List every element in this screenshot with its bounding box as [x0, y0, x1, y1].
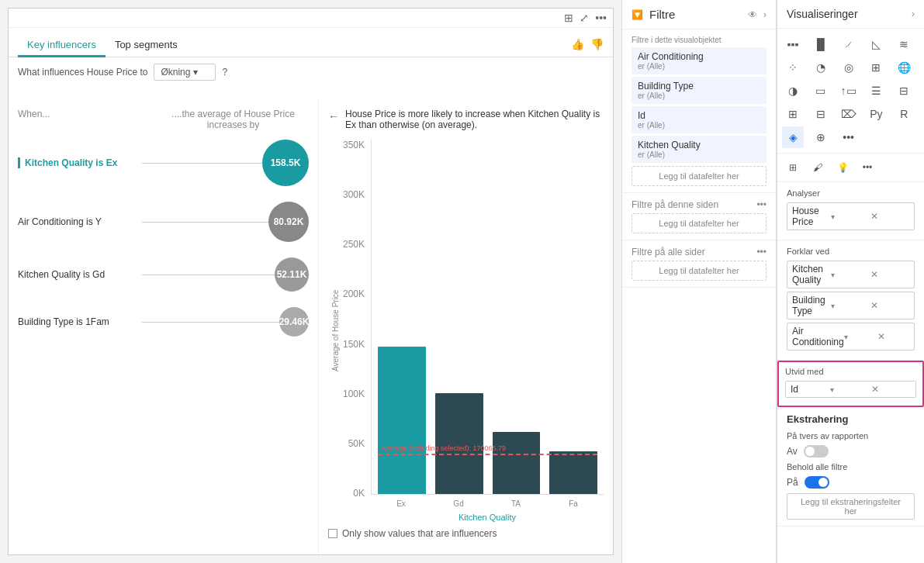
bar-group-gd[interactable] — [435, 393, 483, 494]
viz-matrix-icon[interactable]: ⊞ — [782, 103, 804, 125]
across-report-label: På tvers av rapporten — [787, 431, 915, 440]
increases-label: ....the average of House Price increases… — [157, 109, 309, 130]
x-axis-title: Kitchen Quality — [371, 513, 604, 522]
analyser-field-dropdown[interactable]: House Price ▾ ✕ — [787, 202, 915, 230]
viz-waterfall-icon[interactable]: ⊟ — [810, 103, 832, 125]
bar-group-fa[interactable] — [549, 451, 597, 494]
bar-ta — [493, 432, 541, 494]
forklar-title: Forklar ved — [787, 247, 915, 256]
influencer-bubble-3: 29.46K — [279, 307, 309, 337]
viz-decomp-icon[interactable]: ⊕ — [810, 126, 832, 148]
viz-funnel-icon[interactable]: ⌦ — [838, 103, 860, 125]
filter-section-label-1: Filtre i dette visualobjektet — [632, 36, 767, 44]
viz-format-icon[interactable]: 🖌 — [807, 157, 829, 178]
viz-ribbon-icon[interactable]: ≋ — [893, 33, 915, 55]
influencer-label-1: Air Conditioning is Y — [18, 216, 142, 227]
y-axis-labels: 350K300K250K200K150K100K50K0K — [343, 140, 371, 522]
viz-scatter-icon[interactable]: ⁘ — [782, 57, 804, 78]
viz-expand-icon[interactable]: › — [912, 9, 915, 19]
extraction-toggle[interactable] — [804, 445, 829, 458]
utvid-field-dropdown[interactable]: Id ▾ ✕ — [785, 381, 916, 398]
viz-r-icon[interactable]: R — [893, 103, 915, 125]
filter-icon[interactable]: ⊞ — [564, 12, 573, 24]
filter-chevron-right-icon[interactable]: › — [763, 9, 767, 20]
viz-table-icon[interactable]: ⊟ — [893, 80, 915, 102]
visual-content: When... ....the average of House Price i… — [9, 99, 613, 554]
filter-section-label-2: Filtre på denne siden ••• — [632, 199, 767, 210]
avg-line — [378, 454, 597, 455]
utvid-section: Utvid med Id ▾ ✕ — [777, 361, 924, 407]
viz-more-icon[interactable]: ••• — [838, 126, 860, 148]
filter-more-icon-2[interactable]: ••• — [756, 199, 767, 210]
filter-item-id[interactable]: Id er (Alle) — [632, 106, 767, 133]
only-influencers-checkbox[interactable] — [328, 529, 337, 538]
viz-card-icon[interactable]: ▭ — [810, 80, 832, 102]
focus-icon[interactable]: ⤢ — [580, 12, 589, 24]
forklar-field-0[interactable]: Kitchen Quality ▾ ✕ — [787, 261, 915, 288]
influencer-line-0 — [142, 163, 262, 164]
viz-line-icon[interactable]: ⟋ — [838, 33, 860, 55]
add-fields-btn-3[interactable]: Legg til datafelter her — [632, 261, 767, 281]
chart-nav: ← House Price is more likely to increase… — [328, 109, 604, 130]
viz-gauge-icon[interactable]: ◑ — [782, 80, 804, 102]
tab-top-segments[interactable]: Top segments — [106, 34, 187, 57]
viz-area-icon[interactable]: ◺ — [865, 33, 887, 55]
filter-section-page: Filtre på denne siden ••• Legg til dataf… — [622, 193, 776, 240]
bar-label-ex: Ex — [377, 499, 425, 508]
viz-kpi-icon[interactable]: ↑▭ — [838, 80, 860, 102]
filter-more-icon-3[interactable]: ••• — [756, 247, 767, 257]
influencer-item-1[interactable]: Air Conditioning is Y 80.92K — [18, 202, 309, 242]
influencer-item-2[interactable]: Kitchen Quality is Gd 52.11K — [18, 257, 309, 292]
viz-map-icon[interactable]: 🌐 — [893, 57, 915, 78]
forklar-field-1[interactable]: Building Type ▾ ✕ — [787, 292, 915, 319]
viz-pie-icon[interactable]: ◔ — [810, 57, 832, 78]
viz-stacked-bar-icon[interactable]: ▪▪▪ — [782, 33, 804, 55]
viz-slicer-icon[interactable]: ☰ — [865, 80, 887, 102]
add-fields-btn-1[interactable]: Legg til datafelter her — [632, 166, 767, 186]
analyser-section: Analyser House Price ▾ ✕ — [777, 182, 924, 240]
bar-group-ex[interactable] — [378, 347, 426, 494]
tab-key-influencers[interactable]: Key influencers — [18, 34, 106, 57]
viz-python-icon[interactable]: Py — [865, 103, 887, 125]
toggle-thumb-off — [805, 447, 815, 456]
influencer-line-1 — [142, 222, 268, 223]
filter-eye-icon[interactable]: 👁 — [748, 9, 757, 20]
direction-dropdown[interactable]: Økning ▾ — [154, 64, 216, 81]
viz-bar-icon[interactable]: ▐▌ — [810, 33, 832, 55]
influencer-item-3[interactable]: Building Type is 1Fam 29.46K — [18, 307, 309, 337]
thumbs-up-icon[interactable]: 👍 — [571, 38, 584, 50]
add-fields-btn-2[interactable]: Legg til datafelter her — [632, 213, 767, 233]
help-icon[interactable]: ? — [222, 67, 227, 78]
filter-item-kitchen[interactable]: Kitchen Quality er (Alle) — [632, 136, 767, 163]
filter-funnel-icon: 🔽 — [632, 9, 643, 20]
filter-item-ac[interactable]: Air Conditioning er (Alle) — [632, 47, 767, 74]
when-label: When... — [18, 109, 157, 130]
keep-filters-toggle[interactable] — [805, 476, 829, 489]
influencer-line-3 — [142, 322, 279, 323]
chart-back-arrow[interactable]: ← — [328, 109, 339, 123]
more-icon[interactable]: ••• — [595, 12, 607, 24]
influencer-label-0: Kitchen Quality is Ex — [18, 157, 142, 168]
chart-description: House Price is more likely to increase w… — [345, 109, 604, 130]
bar-group-ta[interactable] — [493, 432, 541, 494]
add-extraction-btn[interactable]: Legg til ekstraheringsfelter her — [787, 493, 915, 520]
influencer-label-2: Kitchen Quality is Gd — [18, 269, 142, 280]
avg-label: Average (including selected): 170065.79 — [381, 444, 506, 452]
viz-treemap-icon[interactable]: ⊞ — [865, 57, 887, 78]
viz-header: Visualiseringer › — [777, 0, 924, 29]
thumbs-down-icon[interactable]: 👎 — [590, 38, 604, 50]
filter-section-visual: Filtre i dette visualobjektet Air Condit… — [622, 29, 776, 193]
bar-label-ta: TA — [492, 499, 540, 508]
viz-analytics-icon[interactable]: 💡 — [832, 157, 853, 178]
forklar-field-2[interactable]: Air Conditioning ▾ ✕ — [787, 323, 915, 351]
influencer-header: When... ....the average of House Price i… — [18, 109, 309, 130]
filter-item-building-type[interactable]: Building Type er (Alle) — [632, 77, 767, 104]
toggle-on-label: På — [787, 477, 798, 488]
influencer-item-0[interactable]: Kitchen Quality is Ex 158.5K — [18, 140, 309, 186]
visual-container: ⊞ ⤢ ••• Key influencers Top segments 👍 👎… — [8, 8, 614, 555]
viz-key-influencers-icon[interactable]: ◈ — [782, 126, 804, 148]
bars-area: Average (including selected): 170065.79 — [371, 140, 604, 495]
viz-donut-icon[interactable]: ◎ — [838, 57, 860, 78]
viz-fields-icon[interactable]: ⊞ — [782, 157, 804, 178]
viz-more2-icon[interactable]: ••• — [857, 157, 878, 178]
